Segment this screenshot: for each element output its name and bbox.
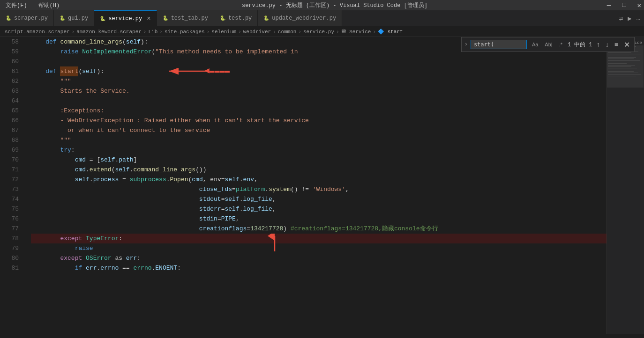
toolbar-right: ⇄ ▶ …: [615, 10, 644, 26]
tab-label: update_webdriver.py: [272, 15, 336, 22]
close-button[interactable]: ✕: [637, 1, 641, 9]
code-line: """: [31, 76, 607, 86]
breadcrumb-item[interactable]: Lib: [148, 29, 157, 35]
code-line: stderr=self.log_file,: [31, 204, 607, 214]
code-line: except OSError as err:: [31, 253, 607, 263]
code-line: cmd.extend(self.command_line_args()): [31, 165, 607, 175]
tab-label: service.py: [108, 15, 142, 22]
find-options: Aa Ab| .*: [530, 41, 565, 48]
whole-word-button[interactable]: Ab|: [542, 41, 554, 48]
breadcrumb-item[interactable]: service.py: [303, 29, 334, 35]
breadcrumb-item[interactable]: 🏛 Service: [341, 29, 371, 35]
breadcrumb-item[interactable]: amazon-keword-scraper: [76, 29, 142, 35]
code-line: try:: [31, 145, 607, 155]
editor-pane[interactable]: › Aa Ab| .* 1 中的 1 ↑ ↓ ≡ ✕ 58 59 60 61 6…: [0, 37, 644, 334]
menubar: 文件(F) 帮助(H) service.py - 无标题 (工作区) - Vis…: [0, 0, 644, 10]
main-area: › Aa Ab| .* 1 中的 1 ↑ ↓ ≡ ✕ 58 59 60 61 6…: [0, 37, 644, 334]
red-arrow-annotation: [165, 66, 211, 77]
code-line: Starts the Service.: [31, 86, 607, 96]
minimize-button[interactable]: —: [607, 1, 611, 9]
find-search-icon: ›: [464, 41, 468, 48]
breadcrumb-item[interactable]: common: [278, 29, 297, 35]
code-line: [31, 57, 607, 66]
tab-scraper[interactable]: 🐍 scraper.py: [0, 10, 54, 26]
maximize-button[interactable]: □: [622, 1, 626, 9]
breadcrumb-item[interactable]: selenium: [211, 29, 236, 35]
code-content[interactable]: def command_line_args(self): raise NotIm…: [23, 37, 607, 334]
minimap: 83 Service: [607, 37, 644, 334]
tab-label: test.py: [228, 15, 252, 22]
code-line: cmd = [self.path]: [31, 155, 607, 165]
code-line: """: [31, 135, 607, 145]
line-numbers: 58 59 60 61 62 63 64 65 66 67 68 69 70 7…: [0, 37, 23, 334]
code-line: stdin=PIPE,: [31, 214, 607, 224]
python-icon: 🐍: [220, 15, 225, 21]
menu-item-file[interactable]: 文件(F): [3, 0, 30, 10]
tab-test[interactable]: 🐍 test.py: [214, 10, 258, 26]
find-next-button[interactable]: ↓: [604, 41, 610, 48]
code-line: close_fds=platform.system() != 'Windows'…: [31, 184, 607, 194]
tab-label: test_tab.py: [171, 15, 208, 22]
find-close-button[interactable]: ✕: [622, 40, 631, 49]
code-line: if err.errno == errno.ENOENT:: [31, 263, 607, 273]
tab-bar: 🐍 scraper.py 🐍 gui.py 🐍 service.py × 🐍 t…: [0, 10, 644, 27]
find-list-button[interactable]: ≡: [613, 41, 620, 48]
find-prev-button[interactable]: ↑: [595, 41, 601, 48]
tab-gui[interactable]: 🐍 gui.py: [54, 10, 94, 26]
more-actions-icon[interactable]: …: [637, 15, 640, 22]
find-widget: › Aa Ab| .* 1 中的 1 ↑ ↓ ≡ ✕: [461, 37, 635, 52]
run-icon[interactable]: ▶: [628, 15, 631, 22]
split-editor-icon[interactable]: ⇄: [619, 15, 623, 22]
python-icon: 🐍: [163, 15, 168, 21]
code-line-78: except TypeError:: [31, 234, 607, 243]
python-icon: 🐍: [100, 16, 105, 22]
tab-test-tab[interactable]: 🐍 test_tab.py: [157, 10, 214, 26]
match-case-button[interactable]: Aa: [530, 41, 540, 48]
regex-button[interactable]: .*: [557, 41, 565, 48]
tab-label: gui.py: [68, 15, 88, 22]
code-line: raise: [31, 243, 607, 253]
breadcrumb-item-current[interactable]: 🔷 start: [378, 29, 403, 35]
tab-update-webdriver[interactable]: 🐍 update_webdriver.py: [258, 10, 342, 26]
code-line: :Exceptions:: [31, 106, 607, 116]
find-count: 1 中的 1: [568, 41, 592, 49]
menu-item-help[interactable]: 帮助(H): [36, 0, 63, 10]
code-line-61: def start(self): ◀▬▬▬▬: [31, 66, 607, 76]
code-line: or when it can't connect to the service: [31, 125, 607, 135]
find-input[interactable]: [471, 40, 527, 49]
window-title: service.py - 无标题 (工作区) - Visual Studio C…: [68, 1, 601, 9]
tab-label: scraper.py: [14, 15, 48, 22]
python-icon: 🐍: [263, 15, 269, 21]
tab-spacer: [342, 10, 615, 26]
breadcrumb-item[interactable]: script-amazon-scraper: [5, 29, 70, 35]
code-line: self.process = subprocess.Popen(cmd, env…: [31, 175, 607, 184]
code-line: - WebDriverException : Raised either whe…: [31, 116, 607, 125]
code-line: [31, 96, 607, 106]
code-line: creationflags=134217728) #creationflags=…: [31, 224, 607, 234]
highlighted-start: start: [60, 66, 78, 76]
breadcrumb: script-amazon-scraper › amazon-keword-sc…: [0, 27, 644, 37]
code-line: stdout=self.log_file,: [31, 194, 607, 204]
code-area: 58 59 60 61 62 63 64 65 66 67 68 69 70 7…: [0, 37, 644, 334]
python-icon: 🐍: [6, 15, 11, 21]
minimap-visual: [607, 37, 644, 309]
tab-service[interactable]: 🐍 service.py ×: [94, 10, 157, 26]
breadcrumb-item[interactable]: site-packages: [165, 29, 205, 35]
python-icon: 🐍: [60, 15, 65, 21]
tab-close-button[interactable]: ×: [147, 15, 150, 22]
breadcrumb-item[interactable]: webdriver: [243, 29, 271, 35]
